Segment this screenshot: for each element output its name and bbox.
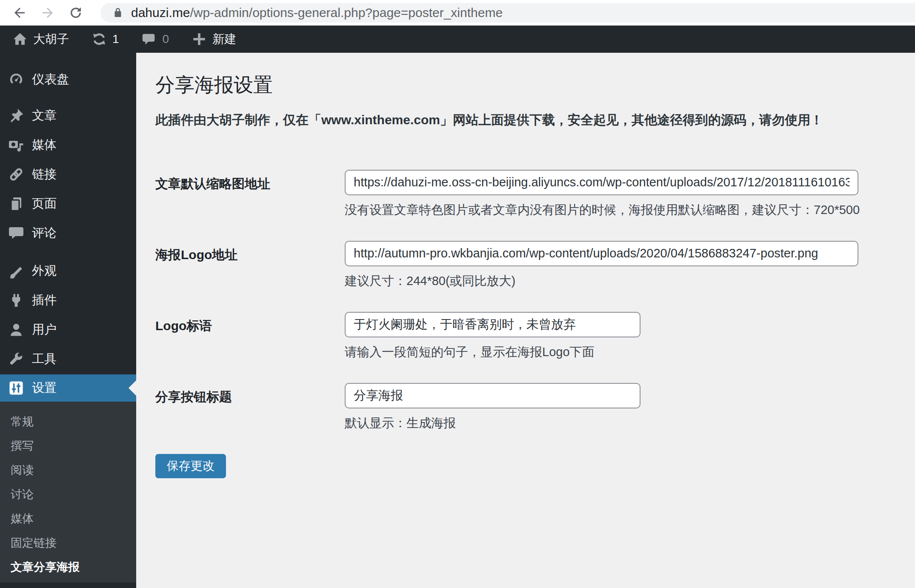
form-row-logo-slogan: Logo标语 请输入一段简短的句子，显示在海报Logo下面: [155, 312, 898, 361]
sidebar-item-label: 链接: [32, 166, 57, 183]
sidebar-item-plugins[interactable]: 插件: [0, 285, 136, 315]
form-row-logo-url: 海报Logo地址 建议尺寸：244*80(或同比放大): [155, 241, 898, 290]
tools-icon: [8, 351, 25, 368]
save-changes-button[interactable]: 保存更改: [155, 454, 226, 478]
page-title: 分享海报设置: [155, 72, 898, 98]
field-label: 分享按钮标题: [155, 383, 345, 432]
forward-button[interactable]: [38, 3, 57, 22]
submenu-item-general[interactable]: 常规: [0, 409, 136, 434]
field-help: 请输入一段简短的句子，显示在海报Logo下面: [345, 344, 640, 361]
comment-bubble-icon: [141, 31, 157, 47]
forward-icon: [40, 5, 55, 20]
dashboard-icon: [8, 71, 25, 88]
default-thumbnail-url-input[interactable]: [345, 170, 858, 195]
sidebar-item-media[interactable]: 媒体: [0, 130, 136, 160]
plugins-icon: [8, 292, 25, 309]
sidebar-item-label: 评论: [32, 225, 57, 242]
submenu-item-permalinks[interactable]: 固定链接: [0, 531, 136, 555]
submenu-item-reading[interactable]: 阅读: [0, 458, 136, 482]
field-label: 海报Logo地址: [155, 241, 345, 290]
sidebar-item-label: 文章: [32, 107, 57, 124]
sidebar-item-label: 仪表盘: [32, 71, 69, 88]
media-icon: [8, 137, 25, 154]
sidebar-item-settings[interactable]: 设置: [0, 374, 136, 402]
share-button-title-input[interactable]: [345, 383, 640, 408]
url-bar[interactable]: dahuzi.me/wp-admin/options-general.php?p…: [100, 3, 915, 23]
admin-bar-new[interactable]: 新建: [191, 26, 236, 53]
sidebar-item-users[interactable]: 用户: [0, 315, 136, 344]
updates-icon: [91, 31, 107, 47]
plus-icon: [191, 31, 207, 47]
users-icon: [8, 321, 25, 338]
browser-toolbar: dahuzi.me/wp-admin/options-general.php?p…: [0, 0, 915, 26]
submenu-item-writing[interactable]: 撰写: [0, 434, 136, 458]
sidebar-item-label: 用户: [32, 321, 57, 338]
sidebar-item-dashboard[interactable]: 仪表盘: [0, 65, 136, 94]
submenu-item-share-poster[interactable]: 文章分享海报: [0, 555, 136, 579]
sidebar-item-appearance[interactable]: 外观: [0, 256, 136, 285]
field-help: 建议尺寸：244*80(或同比放大): [345, 273, 858, 290]
comments-count: 0: [163, 32, 169, 46]
submenu-label: 文章分享海报: [11, 559, 80, 575]
admin-bar-site-menu[interactable]: 大胡子: [12, 26, 69, 53]
sidebar-item-label: 插件: [32, 292, 57, 309]
sidebar-item-posts[interactable]: 文章: [0, 101, 136, 130]
settings-icon: [8, 380, 25, 397]
links-icon: [8, 166, 25, 183]
field-help: 没有设置文章特色图片或者文章内没有图片的时候，海报使用默认缩略图，建议尺寸：72…: [345, 202, 860, 219]
sidebar-item-label: 工具: [32, 351, 57, 368]
admin-bar-updates[interactable]: 1: [91, 26, 119, 53]
home-icon: [12, 31, 28, 47]
comments-icon: [8, 225, 25, 242]
admin-bar: 大胡子 1 0 新建: [0, 26, 915, 53]
settings-page: 分享海报设置 此插件由大胡子制作，仅在「www.xintheme.com」网站上…: [136, 53, 915, 588]
field-label: 文章默认缩略图地址: [155, 170, 345, 219]
sidebar-item-tools[interactable]: 工具: [0, 344, 136, 374]
pages-icon: [8, 195, 25, 212]
url-host: dahuzi.me: [131, 6, 190, 20]
poster-logo-url-input[interactable]: [345, 241, 858, 266]
active-menu-arrow: [129, 380, 136, 396]
pin-icon: [8, 107, 25, 124]
new-label: 新建: [212, 31, 236, 47]
submenu-label: 阅读: [11, 462, 34, 478]
sidebar-item-label: 设置: [32, 380, 57, 397]
settings-submenu: 常规 撰写 阅读 讨论 媒体 固定链接 文章分享海报: [0, 402, 136, 582]
lock-icon: [112, 6, 124, 19]
sidebar-item-label: 媒体: [32, 137, 57, 154]
sidebar-item-comments[interactable]: 评论: [0, 218, 136, 248]
sidebar-item-label: 外观: [32, 263, 57, 280]
field-label: Logo标语: [155, 312, 345, 361]
plugin-notice: 此插件由大胡子制作，仅在「www.xintheme.com」网站上面提供下载，安…: [155, 111, 898, 129]
logo-slogan-input[interactable]: [345, 312, 640, 337]
appearance-icon: [8, 263, 25, 280]
poster-settings-form: 文章默认缩略图地址 没有设置文章特色图片或者文章内没有图片的时候，海报使用默认缩…: [155, 170, 898, 478]
back-button[interactable]: [10, 3, 29, 22]
sidebar-item-links[interactable]: 链接: [0, 160, 136, 189]
submenu-label: 撰写: [11, 438, 34, 454]
field-help: 默认显示：生成海报: [345, 415, 640, 432]
sidebar-item-label: 页面: [32, 195, 57, 212]
site-name: 大胡子: [33, 31, 69, 47]
form-row-share-button-title: 分享按钮标题 默认显示：生成海报: [155, 383, 898, 432]
reload-icon: [68, 5, 83, 20]
submenu-label: 讨论: [11, 487, 34, 502]
back-icon: [12, 5, 27, 20]
submenu-item-media[interactable]: 媒体: [0, 506, 136, 531]
admin-sidebar: 仪表盘 文章 媒体 链接 页面: [0, 53, 136, 588]
form-row-thumbnail-url: 文章默认缩略图地址 没有设置文章特色图片或者文章内没有图片的时候，海报使用默认缩…: [155, 170, 898, 219]
submenu-item-discussion[interactable]: 讨论: [0, 482, 136, 506]
updates-count: 1: [112, 32, 119, 46]
submenu-label: 媒体: [11, 511, 34, 526]
reload-button[interactable]: [66, 3, 85, 22]
sidebar-item-pages[interactable]: 页面: [0, 189, 136, 218]
submenu-label: 固定链接: [11, 535, 57, 551]
admin-bar-comments[interactable]: 0: [141, 26, 169, 53]
submenu-label: 常规: [11, 414, 34, 429]
url-path: /wp-admin/options-general.php?page=poste…: [190, 6, 503, 20]
